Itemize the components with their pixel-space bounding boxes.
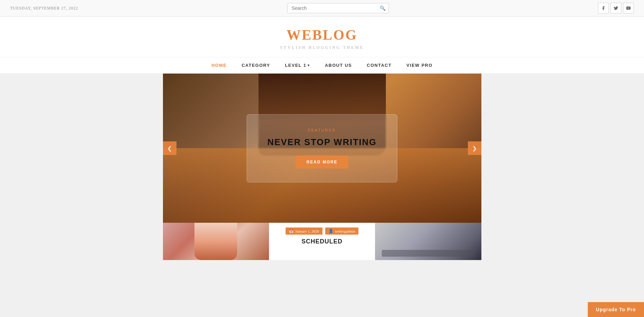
nav-item-category[interactable]: CATEGORY bbox=[234, 57, 277, 73]
card-3-image bbox=[375, 223, 481, 260]
card-3-image-bg bbox=[375, 223, 481, 260]
site-title: WEBLOG bbox=[7, 27, 637, 43]
search-wrapper: 🔍 bbox=[287, 3, 389, 13]
search-icon[interactable]: 🔍 bbox=[380, 5, 386, 11]
calendar-icon: 📅 bbox=[289, 229, 294, 233]
nav-link-contact[interactable]: CONTACT bbox=[359, 57, 399, 73]
nav-link-viewpro[interactable]: VIEW PRO bbox=[399, 57, 440, 73]
read-more-button[interactable]: READ MORE bbox=[296, 156, 348, 169]
main-navigation: HOME CATEGORY LEVEL 1 ▾ ABOUT US CONTACT bbox=[0, 57, 644, 74]
card-2-content: 📅 January 1, 2020 👤 weblogadmin SCHEDULE… bbox=[269, 223, 375, 250]
card-2-author: weblogadmin bbox=[335, 229, 355, 233]
card-2-title: SCHEDULED bbox=[274, 238, 370, 245]
facebook-icon[interactable] bbox=[598, 3, 609, 14]
nav-link-about[interactable]: ABOUT US bbox=[317, 57, 359, 73]
slide-title: NEVER STOP WRITING bbox=[267, 137, 377, 147]
card-2: 📅 January 1, 2020 👤 weblogadmin SCHEDULE… bbox=[269, 223, 375, 260]
card-3 bbox=[375, 223, 481, 260]
level1-label: LEVEL 1 bbox=[285, 63, 306, 68]
slide-overlay: FEATURED NEVER STOP WRITING READ MORE bbox=[247, 114, 397, 182]
slider-prev-button[interactable]: ❮ bbox=[163, 141, 176, 155]
twitter-icon[interactable] bbox=[610, 3, 621, 14]
nav-item-viewpro[interactable]: VIEW PRO bbox=[399, 57, 440, 73]
user-icon: 👤 bbox=[329, 229, 333, 233]
nav-link-level1[interactable]: LEVEL 1 ▾ bbox=[277, 57, 317, 73]
dropdown-arrow-icon: ▾ bbox=[308, 63, 310, 67]
nav-item-level1[interactable]: LEVEL 1 ▾ bbox=[277, 57, 317, 73]
site-date: TUESDAY, SEPTEMBER 27, 2022 bbox=[10, 6, 78, 11]
slider-next-button[interactable]: ❯ bbox=[468, 141, 481, 155]
site-tagline: STYLISH BLOGGING THEME bbox=[7, 45, 637, 50]
card-1 bbox=[163, 223, 269, 260]
nav-item-contact[interactable]: CONTACT bbox=[359, 57, 399, 73]
nav-item-about[interactable]: ABOUT US bbox=[317, 57, 359, 73]
nav-item-home[interactable]: HOME bbox=[204, 57, 234, 73]
cards-row: 📅 January 1, 2020 👤 weblogadmin SCHEDULE… bbox=[163, 223, 481, 260]
social-icons-group bbox=[598, 3, 634, 14]
card-2-author-badge: 👤 weblogadmin bbox=[325, 227, 359, 235]
slide-featured-label: FEATURED bbox=[267, 128, 377, 132]
card-2-meta: 📅 January 1, 2020 👤 weblogadmin bbox=[274, 227, 370, 235]
nav-link-home[interactable]: HOME bbox=[204, 57, 234, 73]
search-input[interactable] bbox=[287, 3, 389, 13]
nav-link-category[interactable]: CATEGORY bbox=[234, 57, 277, 73]
card-1-image-bg bbox=[163, 223, 269, 260]
hero-slide: FEATURED NEVER STOP WRITING READ MORE ❮ … bbox=[163, 74, 481, 223]
youtube-icon[interactable] bbox=[623, 3, 634, 14]
site-header: WEBLOG STYLISH BLOGGING THEME bbox=[0, 17, 644, 57]
card-2-date-badge: 📅 January 1, 2020 bbox=[286, 227, 323, 235]
hero-slider: FEATURED NEVER STOP WRITING READ MORE ❮ … bbox=[163, 74, 481, 223]
card-1-image bbox=[163, 223, 269, 260]
card-2-date: January 1, 2020 bbox=[295, 229, 319, 233]
